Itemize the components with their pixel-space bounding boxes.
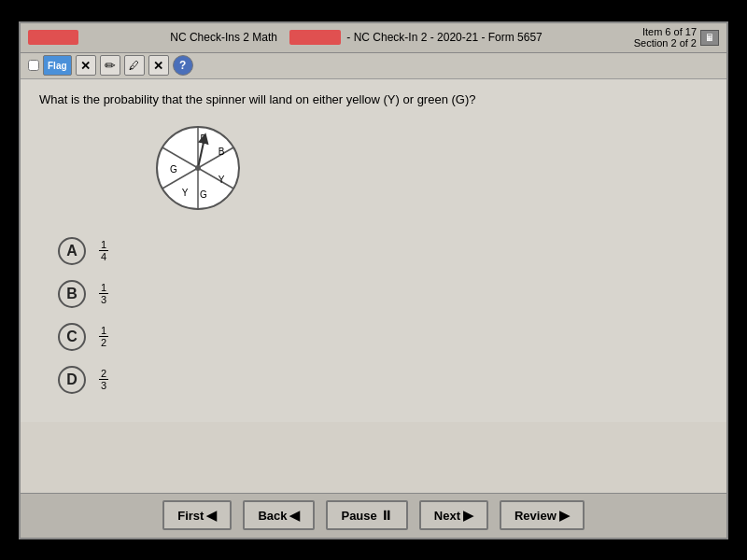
help-button[interactable]: ? — [173, 55, 193, 76]
choice-a-letter[interactable]: A — [58, 237, 86, 265]
back-button[interactable]: Back ◀ — [243, 500, 315, 530]
back-label: Back — [258, 509, 287, 523]
review-arrow-icon: ▶ — [559, 508, 570, 523]
svg-text:G: G — [170, 164, 177, 175]
pause-label: Pause — [341, 509, 376, 523]
choice-d: D 2 3 — [58, 366, 708, 394]
choice-a-fraction: 1 4 — [99, 239, 108, 262]
bottom-navigation: First ◀ Back ◀ Pause ⏸ Next ▶ Review ▶ — [21, 493, 726, 538]
app-title: NC Check-Ins 2 Math — [170, 31, 277, 44]
pause-icon: ⏸ — [380, 508, 393, 523]
review-button[interactable]: Review ▶ — [500, 500, 585, 530]
first-arrow-icon: ◀ — [206, 508, 217, 523]
svg-text:Y: Y — [218, 175, 225, 185]
next-button[interactable]: Next ▶ — [419, 500, 488, 530]
choice-c: C 1 2 — [58, 323, 708, 351]
close-button[interactable]: ✕ — [148, 55, 169, 76]
choice-b-letter[interactable]: B — [58, 280, 86, 308]
section-info: Section 2 of 2 — [634, 37, 697, 49]
first-label: First — [177, 509, 204, 523]
svg-text:G: G — [200, 189, 207, 200]
svg-text:B: B — [218, 147, 225, 157]
app-subtitle: NC Check-In 2 - 2020-21 - Form 5657 — [354, 31, 543, 44]
choice-a: A 1 4 — [58, 237, 708, 265]
choice-c-letter[interactable]: C — [58, 323, 86, 351]
first-button[interactable]: First ◀ — [162, 500, 232, 530]
choice-b-fraction: 1 3 — [99, 282, 108, 305]
spinner-diagram: R B Y G Y G — [151, 121, 708, 218]
pause-button[interactable]: Pause ⏸ — [326, 500, 407, 530]
choice-c-fraction: 1 2 — [99, 325, 108, 348]
review-label: Review — [514, 509, 557, 523]
choice-b: B 1 3 — [58, 280, 708, 308]
question-text: What is the probability that the spinner… — [39, 92, 708, 106]
flag-checkbox[interactable] — [28, 60, 39, 71]
choice-d-letter[interactable]: D — [58, 366, 86, 394]
redacted-name — [28, 30, 78, 45]
redacted-student — [289, 30, 340, 45]
svg-point-14 — [195, 165, 201, 171]
svg-text:Y: Y — [182, 188, 189, 198]
eliminate-button[interactable]: ✕ — [76, 55, 96, 76]
flag-button[interactable]: Flag — [43, 55, 72, 76]
calculator-icon[interactable]: 🖩 — [700, 30, 719, 46]
item-info: Item 6 of 17 — [634, 26, 697, 37]
highlighter-button[interactable]: 🖊 — [124, 55, 145, 76]
choice-d-fraction: 2 3 — [99, 368, 108, 391]
back-arrow-icon: ◀ — [289, 508, 300, 523]
next-arrow-icon: ▶ — [463, 508, 473, 523]
answer-choices: A 1 4 B 1 3 C 1 2 D — [58, 237, 708, 394]
next-label: Next — [434, 509, 460, 523]
pencil-button[interactable]: ✏ — [100, 55, 120, 76]
